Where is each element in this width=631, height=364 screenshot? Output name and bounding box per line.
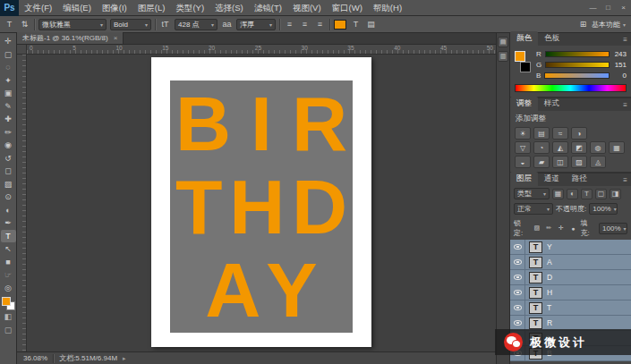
zoom-level[interactable]: 36.08% — [23, 354, 47, 362]
brightness-contrast-icon[interactable]: ☀ — [515, 127, 531, 140]
selective-color-icon[interactable]: ◬ — [590, 156, 606, 168]
blue-slider[interactable] — [544, 72, 610, 79]
layer-row[interactable]: T A — [510, 255, 631, 270]
layer-visibility-cell[interactable] — [510, 285, 525, 300]
filter-shape-layers-icon[interactable]: ▢ — [595, 189, 607, 199]
tool-brush[interactable]: ✏ — [1, 126, 16, 140]
tool-crop[interactable]: ▣ — [1, 87, 16, 100]
menu-item-select[interactable]: 选择(S) — [209, 0, 249, 16]
tool-history-brush[interactable]: ↺ — [1, 152, 16, 165]
align-left-icon[interactable]: ≡ — [284, 19, 295, 30]
tool-quick-selection[interactable]: ✦ — [1, 74, 16, 88]
minimize-button[interactable]: — — [585, 0, 601, 16]
photo-filter-icon[interactable]: ◍ — [590, 141, 606, 154]
levels-icon[interactable]: ▤ — [533, 127, 550, 140]
menu-item-file[interactable]: 文件(F) — [19, 0, 57, 16]
red-value[interactable]: 243 — [613, 50, 627, 58]
font-style-select[interactable]: Bold ▾ — [110, 19, 151, 30]
blend-mode-select[interactable]: 正常 ▾ — [514, 203, 553, 215]
lock-all-icon[interactable]: ● — [568, 224, 578, 233]
tool-clone-stamp[interactable]: ◉ — [1, 139, 16, 152]
tool-move[interactable]: ✛ — [1, 35, 16, 48]
tab-color[interactable]: 颜色 — [510, 31, 538, 46]
quick-mask-icon[interactable]: ◧ — [1, 310, 16, 324]
red-slider[interactable] — [545, 51, 610, 57]
tool-eyedropper[interactable]: ✎ — [1, 100, 16, 114]
close-button[interactable]: × — [616, 0, 631, 16]
hue-saturation-icon[interactable]: ◔ — [533, 141, 550, 154]
lock-image-icon[interactable]: ✏ — [544, 224, 554, 233]
tool-marquee[interactable]: ▢ — [1, 48, 16, 62]
status-menu-arrow-icon[interactable]: ▸ — [123, 355, 126, 362]
tool-zoom[interactable]: ◎ — [1, 282, 16, 295]
history-panel-icon[interactable]: ▤ — [498, 37, 508, 47]
properties-panel-icon[interactable]: ▥ — [498, 51, 508, 62]
workspace-switcher[interactable]: ⊞ 基本功能 ▾ — [577, 19, 627, 30]
panel-menu-icon[interactable]: ≡ — [623, 36, 631, 46]
background-color-swatch[interactable] — [520, 62, 531, 72]
font-size-select[interactable]: 428 点 ▾ — [175, 19, 217, 30]
menu-item-image[interactable]: 图像(I) — [97, 0, 132, 16]
tool-eraser[interactable]: ◻ — [1, 165, 16, 178]
layer-row[interactable]: T H — [510, 285, 631, 301]
text-color-swatch[interactable] — [334, 20, 346, 30]
layer-visibility-cell[interactable] — [510, 316, 525, 330]
tool-healing-brush[interactable]: ✚ — [1, 113, 16, 126]
lock-transparency-icon[interactable]: ▨ — [532, 224, 541, 233]
layer-visibility-cell[interactable] — [510, 301, 525, 315]
black-white-icon[interactable]: ◩ — [571, 141, 587, 154]
panel-menu-icon[interactable]: ≡ — [623, 176, 631, 186]
document-canvas[interactable]: B I R T H D A Y — [151, 57, 371, 347]
tab-paths[interactable]: 路径 — [566, 172, 593, 186]
layer-row[interactable]: T T — [510, 301, 631, 316]
blue-value[interactable]: 0 — [613, 72, 627, 80]
char-panel-toggle-icon[interactable]: ▤ — [365, 19, 377, 30]
tool-type[interactable]: T — [1, 230, 16, 243]
font-family-select[interactable]: 微软雅黑 ▾ — [38, 19, 107, 30]
tool-preset-icon[interactable]: T — [4, 19, 15, 30]
maximize-button[interactable]: □ — [601, 0, 616, 16]
tab-channels[interactable]: 通道 — [538, 172, 566, 186]
tool-blur[interactable]: ⊙ — [1, 190, 16, 204]
tool-hand[interactable]: ☞ — [1, 268, 16, 282]
tool-path-selection[interactable]: ↖ — [1, 242, 16, 256]
align-right-icon[interactable]: ≡ — [314, 19, 326, 30]
threshold-icon[interactable]: ◫ — [552, 156, 568, 168]
anti-alias-select[interactable]: 浑厚 ▾ — [236, 19, 276, 30]
filter-type-layers-icon[interactable]: T — [581, 189, 593, 199]
filter-smart-objects-icon[interactable]: ◨ — [610, 189, 621, 199]
menu-item-window[interactable]: 窗口(W) — [327, 0, 368, 16]
opacity-select[interactable]: 100% ▾ — [589, 203, 618, 215]
tool-dodge[interactable]: ◐ — [1, 204, 16, 217]
menu-item-edit[interactable]: 编辑(E) — [57, 0, 97, 16]
invert-icon[interactable]: ◒ — [515, 156, 531, 168]
tool-shape[interactable]: ■ — [1, 256, 16, 269]
tool-pen[interactable]: ✒ — [1, 216, 16, 230]
layer-visibility-cell[interactable] — [510, 240, 525, 254]
panel-menu-icon[interactable]: ≡ — [623, 101, 631, 111]
tool-lasso[interactable]: ◌ — [1, 61, 16, 74]
filter-adjustment-layers-icon[interactable]: ◐ — [567, 189, 578, 199]
foreground-color-swatch[interactable] — [515, 51, 525, 62]
gradient-map-icon[interactable]: ▨ — [571, 156, 587, 168]
layer-row[interactable]: T D — [510, 270, 631, 285]
curves-icon[interactable]: ≈ — [552, 127, 568, 140]
fill-select[interactable]: 100% ▾ — [599, 223, 627, 234]
menu-item-filter[interactable]: 滤镜(T) — [249, 0, 287, 16]
warp-text-icon[interactable]: T — [350, 19, 362, 30]
tool-gradient[interactable]: ▨ — [1, 178, 16, 191]
posterize-icon[interactable]: ▰ — [533, 156, 550, 168]
vibrance-icon[interactable]: ▽ — [515, 141, 531, 154]
channel-mixer-icon[interactable]: ▦ — [609, 141, 625, 154]
align-center-icon[interactable]: ≡ — [299, 19, 311, 30]
menu-item-help[interactable]: 帮助(H) — [368, 0, 407, 16]
tab-close-icon[interactable]: × — [114, 34, 118, 42]
green-slider[interactable] — [545, 62, 610, 68]
green-value[interactable]: 151 — [613, 61, 627, 69]
text-orientation-icon[interactable]: ⇅ — [19, 19, 30, 30]
color-spectrum-bar[interactable] — [515, 84, 627, 92]
filter-pixel-layers-icon[interactable]: ▦ — [552, 189, 564, 199]
foreground-color-swatch[interactable] — [2, 297, 11, 306]
lock-position-icon[interactable]: ✛ — [557, 224, 567, 233]
tab-adjustments[interactable]: 调整 — [510, 97, 538, 111]
